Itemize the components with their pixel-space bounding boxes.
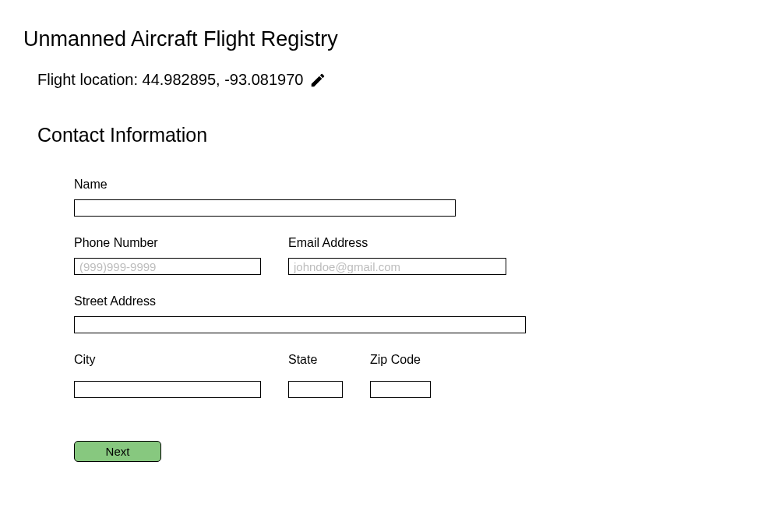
city-input[interactable] [74,381,261,398]
street-label: Street Address [74,294,526,308]
page-title: Unmanned Aircraft Flight Registry [23,27,756,51]
flight-location-row: Flight location: 44.982895, -93.081970 [37,71,756,89]
state-label: State [288,353,343,367]
street-input[interactable] [74,316,526,333]
phone-input[interactable] [74,258,261,275]
contact-form: Name Phone Number Email Address Street A… [74,178,756,462]
phone-label: Phone Number [74,236,261,250]
flight-location-label: Flight location: [37,71,143,88]
next-button[interactable]: Next [74,441,161,462]
zip-label: Zip Code [370,353,431,367]
email-input[interactable] [288,258,506,275]
name-input[interactable] [74,199,456,217]
edit-icon[interactable] [309,72,326,89]
zip-input[interactable] [370,381,431,398]
name-label: Name [74,178,456,192]
section-title: Contact Information [37,124,756,146]
state-input[interactable] [288,381,343,398]
flight-location-value: 44.982895, -93.081970 [143,71,304,88]
email-label: Email Address [288,236,506,250]
city-label: City [74,353,261,367]
flight-location-text: Flight location: 44.982895, -93.081970 [37,71,303,89]
